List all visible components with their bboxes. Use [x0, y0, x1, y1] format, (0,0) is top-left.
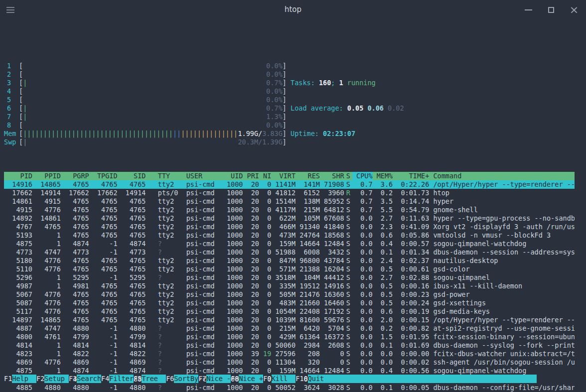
cell-ppid: 4776 [32, 257, 61, 265]
cell-time: 0:00.57 [393, 240, 429, 248]
table-row[interactable]: 487514874-14874?psi-cmd1000200159M146641… [4, 240, 575, 248]
fnkey-help-button[interactable]: F1Help [4, 375, 36, 383]
column-header-user[interactable]: USER [182, 172, 223, 180]
cell-time: 0:00.23 [393, 290, 429, 299]
cpu-meter-1: 1[0.0%] [4, 62, 287, 70]
column-header-mem[interactable]: MEM% [373, 172, 393, 180]
table-row[interactable]: 51104776476547654765tty2psi-cmd100020057… [4, 265, 575, 273]
fnkey-tree-button[interactable]: F5Tree [134, 375, 166, 383]
cell-user: psi-cmd [182, 299, 223, 307]
cell-pid: 5117 [4, 307, 32, 316]
cell-time: 0:01.34 [393, 248, 429, 257]
cell-s: S [344, 214, 352, 223]
cell-time: 0:11.63 [393, 214, 429, 223]
cell-pgrp: 4765 [61, 265, 89, 273]
table-row[interactable]: 50674776476547654765tty2psi-cmd100020050… [4, 290, 575, 299]
cell-cpu: 0.0 [352, 358, 373, 367]
column-header-pgrp[interactable]: PGRP [61, 172, 89, 180]
window-title: htop [0, 5, 586, 14]
cell-uid: 1000 [223, 189, 243, 197]
table-row[interactable]: 47674765476547654765tty2psi-cmd100020046… [4, 223, 575, 231]
fnkey-nice+-button[interactable]: F8Nice + [231, 375, 263, 383]
close-button-icon[interactable]: × [569, 5, 579, 15]
minimize-button-icon[interactable] [523, 5, 533, 15]
table-row[interactable]: 51931476547654765tty2psi-cmd1000200473M2… [4, 231, 575, 240]
bracket-close: ] [283, 113, 287, 121]
table-row[interactable]: 50874776476547654765tty2psi-cmd100020048… [4, 299, 575, 307]
cpu-percent: 0.7% [266, 79, 283, 87]
table-row[interactable]: 49871498147654765tty2psi-cmd1000200335M1… [4, 282, 575, 290]
cell-ppid: 4747 [32, 248, 61, 257]
table-row[interactable]: 477347474773-14773?psi-cmd10002005198860… [4, 248, 575, 257]
cell-res: 215M [295, 206, 320, 214]
table-row[interactable]: 482314822-14822?psi-cmd10003919275962080… [4, 350, 575, 358]
column-header-pid[interactable]: PID [4, 172, 32, 180]
table-row[interactable]: 1766214914176621766214914pts/0psi-cmd100… [4, 189, 575, 197]
table-row[interactable]: 51804776476547654765tty2psi-cmd100020084… [4, 257, 575, 265]
fnkey-quit-button[interactable]: F10Quit [295, 375, 536, 383]
column-header-sid[interactable]: SID [118, 172, 146, 180]
cell-mem: 0.1 [373, 384, 393, 392]
cell-tty: ? [146, 248, 182, 257]
table-row[interactable]: 481414814-14814?psi-cmd10002005006029842… [4, 341, 575, 350]
column-header-res[interactable]: RES [295, 172, 320, 180]
cell-res: 96800 [295, 257, 320, 265]
cell-pid: 14861 [4, 197, 32, 206]
fnkey-setup-button[interactable]: F2Setup [36, 375, 69, 383]
cell-tty: tty2 [146, 214, 182, 223]
cell-pgrp: 4765 [61, 180, 89, 189]
fnkey-kill-button[interactable]: F9Kill [263, 375, 295, 383]
fnkey-filter-button[interactable]: F4Filter [101, 375, 134, 383]
cell-s: S [344, 240, 352, 248]
column-header-tty[interactable]: TTY [146, 172, 182, 180]
fnkey-label: Tree [142, 375, 166, 383]
column-header-pri[interactable]: PRI [243, 172, 259, 180]
cell-ppid: 1 [32, 282, 61, 290]
cell-command: sogou-qimpanel-watchdog [429, 240, 575, 248]
table-row[interactable]: 1489214861476547654765tty2psi-cmd1000200… [4, 214, 575, 223]
cell-s: S [344, 350, 352, 358]
fnkey-number: F1 [4, 375, 12, 383]
column-header-cpu[interactable]: CPU% [352, 172, 373, 180]
cell-sid: 4822 [118, 350, 146, 358]
table-row[interactable]: 480047614799-14799?psi-cmd1000200429M613… [4, 333, 575, 341]
cell-s: S [344, 316, 352, 324]
column-header-shr[interactable]: SHR [320, 172, 344, 180]
table-row[interactable]: 488548804880-14880?psi-cmd10002005005236… [4, 384, 575, 392]
title-bar: htop × [0, 0, 586, 20]
table-row[interactable]: 51174776476547654765tty2psi-cmd100020010… [4, 307, 575, 316]
table-row[interactable]: 148614915476547654765tty2psi-cmd10002001… [4, 197, 575, 206]
cell-virt: 335M [271, 282, 295, 290]
cell-shr: 64812 [320, 206, 344, 214]
table-row-selected[interactable]: 1491614865476547654765tty2psi-cmd1000200… [4, 180, 575, 189]
column-header-time[interactable]: TIME+ [393, 172, 429, 180]
column-header-ni[interactable]: NI [259, 172, 271, 180]
bracket-close: ] [283, 138, 287, 146]
cell-user: psi-cmd [182, 316, 223, 324]
cell-s: S [344, 265, 352, 273]
column-header-tpgid[interactable]: TPGID [89, 172, 118, 180]
column-header-uid[interactable]: UID [223, 172, 243, 180]
table-row[interactable]: 529615295-15295?psi-cmd10002003518M104M4… [4, 273, 575, 282]
cell-time: 0:01.69 [393, 341, 429, 350]
column-header-s[interactable]: S [344, 172, 352, 180]
table-row[interactable]: 487514874-14874?psi-cmd1000200159M146641… [4, 367, 575, 375]
column-header-virt[interactable]: VIRT [271, 172, 295, 180]
table-header-row: PIDPPIDPGRPTPGIDSIDTTYUSERUIDPRINIVIRTRE… [4, 172, 575, 180]
cell-ni: 0 [259, 299, 271, 307]
column-header-ppid[interactable]: PPID [32, 172, 61, 180]
fnkey-sortby-button[interactable]: F6SortBy [166, 375, 198, 383]
table-row[interactable]: 486947764869-14869?psi-cmd10002001130432… [4, 358, 575, 367]
maximize-button-icon[interactable] [546, 5, 556, 15]
cell-ni: 0 [259, 214, 271, 223]
cell-ni: 0 [259, 324, 271, 333]
cell-sid: 4765 [118, 282, 146, 290]
fnkey-search-button[interactable]: F3Search [69, 375, 101, 383]
table-row[interactable]: 49154776476547654765tty2psi-cmd100020041… [4, 206, 575, 214]
column-header-command[interactable]: Command [429, 172, 575, 180]
fnkey-nice--button[interactable]: F7Nice - [198, 375, 231, 383]
table-row[interactable]: 1489714865476547654765tty2psi-cmd1000200… [4, 316, 575, 324]
meters-section: 1[0.0%]2[0.0%]3[|0.7%]4[0.0%]5[0.0%]6[|0… [4, 62, 586, 155]
bracket-close: ] [283, 96, 287, 104]
table-row[interactable]: 488747474880-14880?psi-cmd1000200215M642… [4, 324, 575, 333]
